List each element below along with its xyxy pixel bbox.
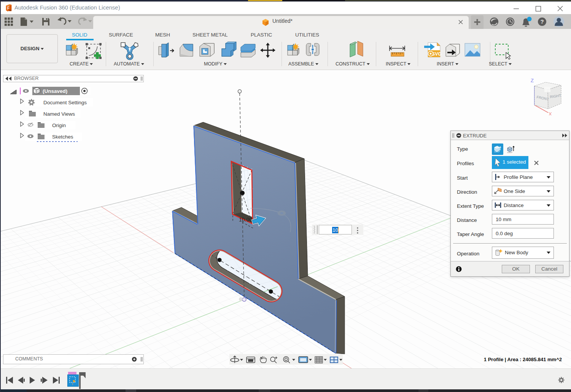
svg-text:Sketches: Sketches — [52, 134, 73, 140]
svg-text:?: ? — [540, 18, 544, 25]
svg-text:X: X — [549, 111, 552, 115]
svg-text:Named Views: Named Views — [43, 111, 75, 117]
svg-text:Document Settings: Document Settings — [43, 100, 87, 105]
svg-text:F: F — [7, 6, 10, 10]
svg-text:Z: Z — [531, 78, 534, 83]
svg-text:(Unsaved): (Unsaved) — [43, 88, 67, 94]
svg-text:Origin: Origin — [52, 123, 66, 128]
svg-text:10.00: 10.00 — [239, 217, 252, 223]
